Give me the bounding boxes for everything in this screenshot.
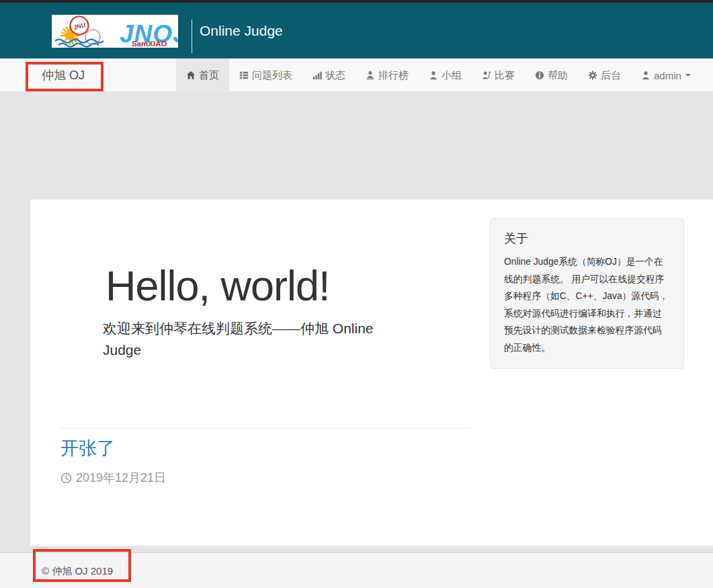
list-icon — [239, 71, 249, 80]
nav-item-help[interactable]: 帮助 — [525, 58, 578, 92]
chevron-down-icon — [685, 74, 691, 77]
group-user-icon — [429, 71, 438, 80]
main-content-card: Hello, world! 欢迎来到仲琴在线判题系统——仲旭 Online Ju… — [30, 200, 713, 546]
nav-item-contest[interactable]: 比赛 — [472, 58, 525, 92]
site-title: Online Judge — [200, 3, 283, 58]
hero-subtitle: 欢迎来到仲琴在线判题系统——仲旭 Online Judge — [103, 318, 409, 360]
news-date-text: 2019年12月21日 — [76, 470, 166, 486]
nav-item-user-dropdown[interactable]: admin — [631, 58, 701, 92]
news-date: 2019年12月21日 — [60, 470, 166, 486]
clock-icon — [60, 472, 72, 484]
info-icon — [535, 71, 544, 80]
nav-item-group[interactable]: 小组 — [419, 58, 472, 92]
about-panel-text: Online Judge系统（简称OJ）是一个在线的判题系统。 用户可以在线提交… — [504, 253, 670, 356]
nav-item-problem-list[interactable]: 问题列表 — [229, 58, 302, 92]
news-title-link[interactable]: 开张了 — [60, 436, 115, 460]
about-panel: 关于 Online Judge系统（简称OJ）是一个在线的判题系统。 用户可以在… — [490, 218, 684, 369]
hero-title: Hello, world! — [106, 261, 330, 310]
nav-menu: 首页 问题列表 状态 排行榜 — [176, 58, 701, 92]
home-icon — [186, 71, 196, 80]
ranking-icon — [366, 71, 375, 80]
signal-icon — [312, 71, 322, 80]
navbar-brand[interactable]: 仲旭 OJ — [42, 58, 85, 92]
header-divider — [192, 19, 192, 53]
main-navbar: 仲旭 OJ 首页 问题列表 状态 排行榜 — [0, 58, 713, 92]
nav-item-status[interactable]: 状态 — [302, 58, 355, 92]
about-panel-title: 关于 — [504, 230, 670, 247]
nav-item-ranking[interactable]: 排行榜 — [355, 58, 419, 92]
gear-icon — [588, 71, 597, 80]
page-footer: © 仲旭 OJ 2019 — [0, 552, 713, 588]
nav-item-home[interactable]: 首页 — [176, 58, 229, 92]
svg-text:SamXIAO: SamXIAO — [132, 40, 167, 48]
section-divider — [60, 428, 470, 429]
nav-item-admin-panel[interactable]: 后台 — [578, 58, 631, 92]
site-header: JNU JNOJ SamXIAO Online Judge — [0, 3, 713, 58]
user-icon — [641, 71, 651, 80]
page-background: Hello, world! 欢迎来到仲琴在线判题系统——仲旭 Online Ju… — [0, 92, 713, 552]
jnoj-logo-graphic: JNU JNOJ SamXIAO — [52, 15, 178, 48]
contest-icon — [482, 71, 491, 80]
copyright-text: © 仲旭 OJ 2019 — [42, 553, 113, 588]
jnoj-logo[interactable]: JNU JNOJ SamXIAO — [52, 15, 178, 48]
